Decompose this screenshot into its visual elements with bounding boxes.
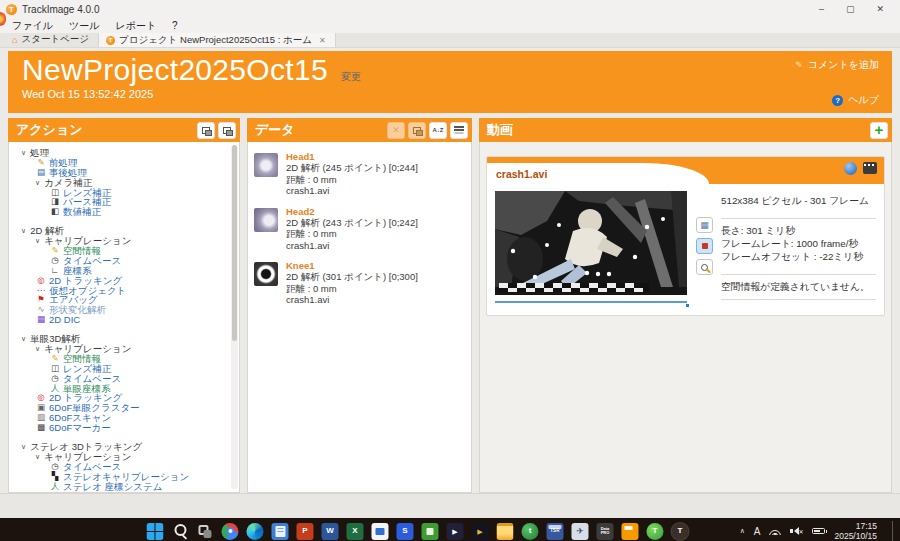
- clock[interactable]: 17:15 2025/10/15: [834, 521, 879, 541]
- battery-icon[interactable]: [812, 528, 825, 535]
- tree-item[interactable]: ◷タイムベース: [17, 374, 229, 384]
- notepad-icon[interactable]: [271, 523, 288, 540]
- movies-tv-icon[interactable]: ▶: [471, 523, 488, 540]
- video-panel: 動画 crash1.avi: [479, 118, 892, 493]
- delete-button[interactable]: [387, 122, 405, 139]
- tree-item[interactable]: 人ステレオ 座標システム: [17, 482, 229, 492]
- analysis-item[interactable]: Head12D 解析 (245 ポイント) [0;244]距離 : 0 mmcr…: [254, 151, 465, 197]
- info-icon[interactable]: [844, 162, 857, 175]
- dic-icon: ▦: [35, 315, 47, 325]
- tsr-icon[interactable]: TSR: [546, 523, 563, 540]
- film-icon[interactable]: [863, 162, 877, 174]
- tree-item-label: 2D DIC: [49, 315, 80, 325]
- tree-group[interactable]: ∨キャリブレーション: [17, 452, 229, 462]
- actions-scrollbar[interactable]: [231, 145, 238, 489]
- wifi-icon[interactable]: [769, 527, 781, 535]
- spatial-info-note: 空間情報が定義されていません。: [721, 278, 876, 300]
- analysis-item[interactable]: Head22D 解析 (243 ポイント) [0;242]距離 : 0 mmcr…: [254, 206, 465, 252]
- show-desktop-button[interactable]: [892, 521, 896, 541]
- plane-icon[interactable]: ✈: [571, 523, 588, 540]
- chevron-down-icon: ∨: [21, 442, 26, 452]
- tree-item[interactable]: ◨パース補正: [17, 197, 229, 207]
- video-thumbnail[interactable]: [495, 191, 687, 303]
- search-icon[interactable]: [171, 523, 188, 540]
- powerpoint-icon[interactable]: P: [296, 523, 313, 540]
- trackimage-window: T TrackImage 4.0.0 – ▢ ✕ ファイル ツール レポート ?…: [0, 0, 900, 541]
- help-link[interactable]: ? ヘルプ: [832, 93, 879, 107]
- app-s-icon[interactable]: S: [396, 523, 413, 540]
- trackimage-icon[interactable]: T: [671, 523, 688, 540]
- task-view-icon[interactable]: [196, 523, 213, 540]
- tree-item[interactable]: ◷タイムベース: [17, 256, 229, 266]
- analysis-distance: 距離 : 0 mm: [286, 228, 418, 240]
- menu-help[interactable]: ?: [172, 20, 178, 31]
- change-project-link[interactable]: 変更: [341, 71, 361, 82]
- video-length: 長さ: 301 ミリ秒: [721, 224, 876, 237]
- word-icon[interactable]: W: [321, 523, 338, 540]
- grid-icon[interactable]: ▦: [696, 217, 713, 233]
- project-title: NewProject2025Oct15: [22, 53, 328, 86]
- rename-button[interactable]: [408, 122, 426, 139]
- app-green-circle-icon[interactable]: t: [521, 523, 538, 540]
- file-explorer-icon[interactable]: [496, 523, 513, 540]
- chevron-down-icon: ∨: [35, 344, 40, 354]
- tree-group[interactable]: ∨キャリブレーション: [17, 344, 229, 354]
- tree-group[interactable]: ∨キャリブレーション: [17, 236, 229, 246]
- app-white-icon[interactable]: [371, 523, 388, 540]
- edge-icon[interactable]: [246, 523, 263, 540]
- add-video-button[interactable]: [870, 122, 888, 139]
- dock-panel-button[interactable]: [218, 122, 236, 139]
- media-player-icon[interactable]: ▶: [446, 523, 463, 540]
- tree-item-label: 6DoFマーカー: [49, 423, 111, 433]
- tab-start-page[interactable]: ⌂ スタートページ: [5, 32, 98, 47]
- zoom-icon[interactable]: [696, 259, 713, 275]
- excel-icon[interactable]: X: [346, 523, 363, 540]
- tree-group[interactable]: ∨カメラ補正: [17, 178, 229, 188]
- volume-muted-icon[interactable]: [790, 527, 803, 536]
- tree-item[interactable]: ▦2D DIC: [17, 315, 229, 325]
- dock-window-icon: [223, 127, 231, 134]
- float-window-icon: [202, 127, 210, 134]
- app-green-icon[interactable]: [421, 523, 438, 540]
- list-lines-icon: [454, 126, 464, 128]
- start-icon[interactable]: [146, 523, 163, 540]
- ime-indicator[interactable]: A: [754, 526, 761, 537]
- chevron-down-icon: ∨: [35, 236, 40, 246]
- tree-item[interactable]: ◧数値補正: [17, 207, 229, 217]
- chevron-down-icon: ∨: [35, 452, 40, 462]
- close-button[interactable]: ✕: [876, 4, 884, 14]
- tree-item[interactable]: ◫レンズ補正: [17, 188, 229, 198]
- maximize-button[interactable]: ▢: [846, 4, 855, 14]
- analysis-name: Head1: [286, 151, 418, 162]
- undock-panel-button[interactable]: [197, 122, 215, 139]
- tree-item[interactable]: ▩6DoFマーカー: [17, 423, 229, 433]
- minimize-button[interactable]: –: [819, 4, 824, 14]
- analysis-item[interactable]: Knee12D 解析 (301 ポイント) [0;300]距離 : 0 mmcr…: [254, 260, 465, 306]
- resize-handle-icon[interactable]: [686, 304, 689, 307]
- trackimage-green-icon[interactable]: T: [646, 523, 663, 540]
- tray-overflow-icon[interactable]: ∧: [740, 527, 745, 535]
- marker-icon: ▩: [35, 423, 47, 433]
- sort-button[interactable]: [429, 122, 447, 139]
- menu-tools[interactable]: ツール: [69, 19, 99, 33]
- home-icon: ⌂: [12, 35, 17, 45]
- add-comment-link[interactable]: ✎ コメントを追加: [795, 58, 879, 72]
- chrome-icon[interactable]: [221, 523, 238, 540]
- marker-tool-icon[interactable]: [696, 238, 713, 254]
- tab-project-home[interactable]: T プロジェクト NewProject2025Oct15 : ホーム ✕: [98, 32, 336, 47]
- tree-item-label: ステレオ 座標システム: [63, 482, 162, 492]
- actions-tree: ∨処理✎前処理▤事後処理∨カメラ補正◫レンズ補正◨パース補正◧数値補正∨2D 解…: [9, 142, 239, 492]
- menu-file[interactable]: ファイル: [12, 19, 53, 33]
- view-options-button[interactable]: [450, 122, 468, 139]
- tree-item[interactable]: ◫レンズ補正: [17, 364, 229, 374]
- tree-item[interactable]: ✎空間情報: [17, 246, 229, 256]
- pencil-icon: ✎: [795, 60, 803, 70]
- datapro-icon[interactable]: Data PRO: [596, 523, 613, 540]
- app-orange-icon[interactable]: [621, 523, 638, 540]
- menu-report[interactable]: レポート: [115, 19, 156, 33]
- trackimage-logo-icon: T: [6, 4, 17, 15]
- tray-date: 2025/10/15: [834, 531, 877, 541]
- tabbar: ⌂ スタートページ T プロジェクト NewProject2025Oct15 :…: [0, 33, 900, 48]
- tree-item[interactable]: ✎空間情報: [17, 354, 229, 364]
- tab-close-icon[interactable]: ✕: [319, 36, 326, 45]
